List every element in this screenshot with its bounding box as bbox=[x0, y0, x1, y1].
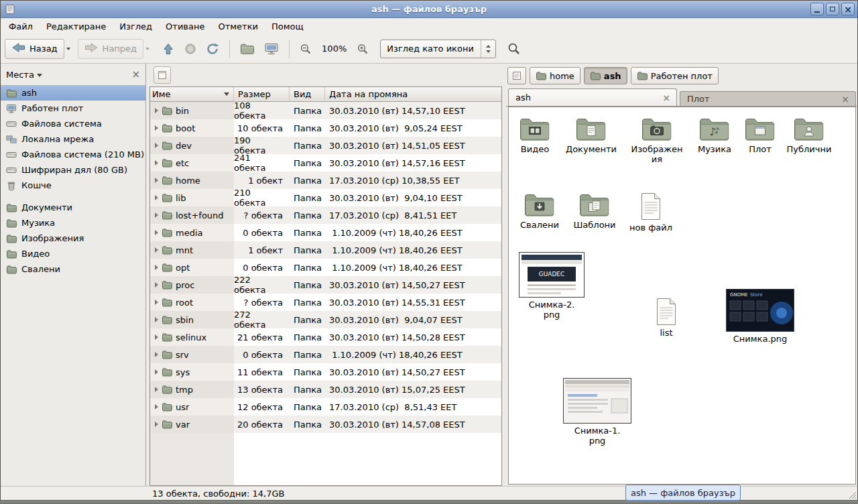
table-row[interactable]: root? обектаПапка30.03.2010 (вт) 14,55,3… bbox=[150, 294, 501, 311]
folder-icon-item[interactable]: Публични bbox=[781, 117, 837, 154]
table-row[interactable]: dev190 обектаПапка30.03.2010 (вт) 14,51,… bbox=[150, 137, 501, 154]
folder-icon-item[interactable]: Документи bbox=[563, 117, 619, 154]
sidebar-close-button[interactable]: × bbox=[131, 70, 140, 80]
expander-icon[interactable] bbox=[155, 369, 158, 375]
sidebar-item[interactable]: Шифриран дял (80 GB) bbox=[1, 162, 145, 178]
sidebar-item[interactable]: Свалени bbox=[1, 261, 145, 277]
table-row[interactable]: boot10 обектаПапка30.03.2010 (вт) 9,05,2… bbox=[150, 119, 501, 137]
path-button-home[interactable]: home bbox=[530, 67, 580, 84]
folder-icon-item[interactable]: Видео bbox=[508, 117, 563, 154]
menu-go[interactable]: Отиване bbox=[159, 20, 211, 33]
zoom-out-button[interactable] bbox=[295, 39, 316, 59]
expander-icon[interactable] bbox=[155, 404, 158, 410]
computer-button[interactable] bbox=[259, 39, 284, 59]
table-row[interactable]: opt0 обектаПапка 1.10.2009 (чт) 18,40,26… bbox=[150, 259, 501, 276]
expander-icon[interactable] bbox=[155, 317, 158, 322]
taskbar-window-button[interactable]: ash — файлов браузър bbox=[625, 485, 741, 501]
table-row[interactable]: proc222 обектаПапка30.03.2010 (вт) 14,50… bbox=[150, 276, 501, 294]
menu-help[interactable]: Помощ bbox=[265, 20, 310, 33]
sidebar-item[interactable]: Локална мрежа bbox=[1, 131, 145, 147]
path-button-desktop[interactable]: Работен плот bbox=[631, 67, 719, 84]
view-selector[interactable]: Изглед като икони bbox=[380, 40, 496, 58]
sidebar-title[interactable]: Места bbox=[6, 70, 34, 80]
minimize-button[interactable] bbox=[810, 3, 824, 15]
back-button[interactable]: Назад bbox=[5, 39, 64, 59]
sidebar-item[interactable]: Файлова система bbox=[1, 116, 145, 131]
reload-button[interactable] bbox=[201, 39, 224, 59]
folder-icon-item[interactable]: Шаблони bbox=[566, 192, 623, 230]
folder-icon-item[interactable]: Свалени bbox=[511, 192, 568, 230]
table-row[interactable]: media0 обектаПапка 1.10.2009 (чт) 18,40,… bbox=[150, 224, 501, 241]
table-row[interactable]: srv0 обектаПапка 1.10.2009 (чт) 18,40,26… bbox=[150, 346, 501, 363]
forward-history-dropdown[interactable] bbox=[143, 39, 153, 59]
expander-icon[interactable] bbox=[155, 178, 158, 183]
forward-button[interactable]: Напред bbox=[78, 39, 143, 59]
table-row[interactable]: sbin272 обектаПапка30.03.2010 (вт) 9,04,… bbox=[150, 311, 501, 328]
maximize-button[interactable] bbox=[826, 3, 839, 15]
expander-icon[interactable] bbox=[155, 352, 158, 357]
tab-close-icon[interactable]: × bbox=[660, 92, 672, 103]
table-row[interactable]: mnt1 обектПапка 1.10.2009 (чт) 18,40,26 … bbox=[150, 241, 501, 259]
tab-ash[interactable]: ash × bbox=[508, 88, 677, 106]
tab-close-icon[interactable]: × bbox=[839, 94, 851, 105]
search-button[interactable] bbox=[503, 39, 526, 59]
sidebar-item[interactable]: Видео bbox=[1, 246, 145, 261]
sidebar-item[interactable]: Изображения bbox=[1, 231, 145, 246]
stop-button[interactable] bbox=[180, 39, 201, 59]
expander-icon[interactable] bbox=[155, 282, 158, 288]
table-row[interactable]: lost+found? обектаПапка17.03.2010 (ср) 8… bbox=[150, 206, 501, 224]
table-row[interactable]: tmp13 обектаПапка30.03.2010 (вт) 15,07,2… bbox=[150, 381, 501, 398]
table-row[interactable]: lib210 обектаПапка30.03.2010 (вт) 9,04,1… bbox=[150, 189, 501, 206]
column-header-type[interactable]: Вид bbox=[290, 87, 325, 102]
expander-icon[interactable] bbox=[155, 265, 158, 270]
zoom-in-button[interactable] bbox=[352, 39, 373, 59]
table-row[interactable]: bin108 обектаПапка30.03.2010 (вт) 14,57,… bbox=[150, 102, 501, 119]
menu-bookmarks[interactable]: Отметки bbox=[211, 20, 264, 33]
titlebar[interactable]: ash — файлов браузър × bbox=[1, 1, 857, 18]
sidebar-item[interactable]: Музика bbox=[1, 215, 145, 231]
column-header-date[interactable]: Дата на промяна bbox=[325, 87, 501, 102]
expander-icon[interactable] bbox=[155, 143, 158, 148]
expander-icon[interactable] bbox=[155, 125, 158, 131]
menu-view[interactable]: Изглед bbox=[113, 20, 159, 33]
expander-icon[interactable] bbox=[155, 422, 158, 427]
home-button[interactable] bbox=[235, 39, 259, 59]
column-header-size[interactable]: Размер bbox=[234, 87, 290, 102]
pane-location-button[interactable] bbox=[154, 66, 171, 84]
sidebar-item[interactable]: Файлова система (210 MB) bbox=[1, 147, 145, 162]
table-row[interactable]: etc241 обектаПапка30.03.2010 (вт) 14,57,… bbox=[150, 154, 501, 172]
sidebar-item[interactable]: Документи bbox=[1, 200, 145, 215]
back-history-dropdown[interactable] bbox=[64, 39, 74, 59]
column-header-name[interactable]: Име bbox=[150, 87, 234, 102]
sidebar-item[interactable]: Кошче bbox=[1, 178, 145, 193]
folder-icon-item[interactable]: Плот bbox=[732, 117, 788, 154]
table-row[interactable]: selinux21 обектаПапка30.03.2010 (вт) 14,… bbox=[150, 328, 501, 346]
file-icon-item[interactable]: GNOMEStoreСнимка.png bbox=[725, 289, 795, 344]
table-row[interactable]: var20 обектаПапка30.03.2010 (вт) 14,57,0… bbox=[150, 416, 501, 433]
path-button-ash[interactable]: ash bbox=[584, 67, 627, 84]
expander-icon[interactable] bbox=[155, 160, 158, 166]
menu-file[interactable]: Файл bbox=[2, 20, 40, 33]
sidebar-item[interactable]: Работен плот bbox=[1, 101, 145, 116]
expander-icon[interactable] bbox=[155, 247, 158, 253]
sidebar-item[interactable]: ash bbox=[1, 85, 145, 101]
table-row[interactable]: home1 обектПапка17.03.2010 (ср) 10,38,55… bbox=[150, 172, 501, 189]
pathbar-root-button[interactable] bbox=[507, 67, 526, 84]
expander-icon[interactable] bbox=[155, 387, 158, 392]
expander-icon[interactable] bbox=[155, 212, 158, 218]
expander-icon[interactable] bbox=[155, 195, 158, 200]
tab-plot[interactable]: Плот × bbox=[680, 91, 856, 106]
file-icon-item[interactable]: list bbox=[643, 298, 690, 338]
expander-icon[interactable] bbox=[155, 334, 158, 340]
menu-edit[interactable]: Редактиране bbox=[40, 20, 113, 33]
resize-grip[interactable] bbox=[847, 490, 857, 499]
table-row[interactable]: usr12 обектаПапка17.03.2010 (ср) 8,51,43… bbox=[150, 398, 501, 416]
expander-icon[interactable] bbox=[155, 230, 158, 235]
folder-icon-item[interactable]: Изображения bbox=[629, 117, 685, 164]
close-button[interactable]: × bbox=[841, 3, 855, 15]
file-icon-item[interactable]: нов файл bbox=[627, 192, 674, 233]
expander-icon[interactable] bbox=[155, 300, 158, 305]
file-icon-item[interactable]: Снимка-1.png bbox=[562, 378, 632, 446]
expander-icon[interactable] bbox=[155, 108, 158, 113]
table-row[interactable]: sys11 обектаПапка30.03.2010 (вт) 14,50,2… bbox=[150, 363, 501, 381]
